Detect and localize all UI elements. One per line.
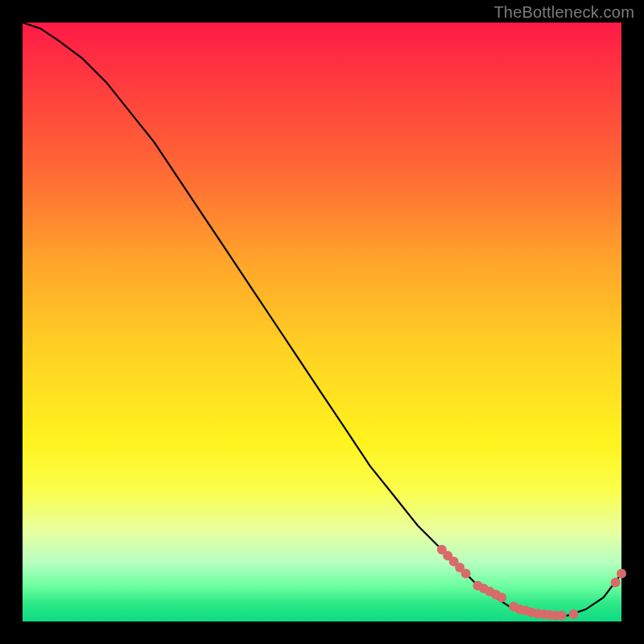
watermark-text: TheBottleneck.com (493, 3, 634, 22)
data-point (617, 569, 626, 579)
data-point (497, 592, 506, 602)
curve-path (23, 23, 621, 616)
chart-svg (23, 23, 621, 621)
chart-stage: TheBottleneck.com (0, 0, 644, 644)
data-point (611, 578, 621, 588)
plot-area (23, 23, 621, 621)
data-point (569, 609, 579, 619)
data-point (461, 569, 471, 579)
data-point (557, 611, 567, 621)
marker-group (437, 545, 626, 621)
